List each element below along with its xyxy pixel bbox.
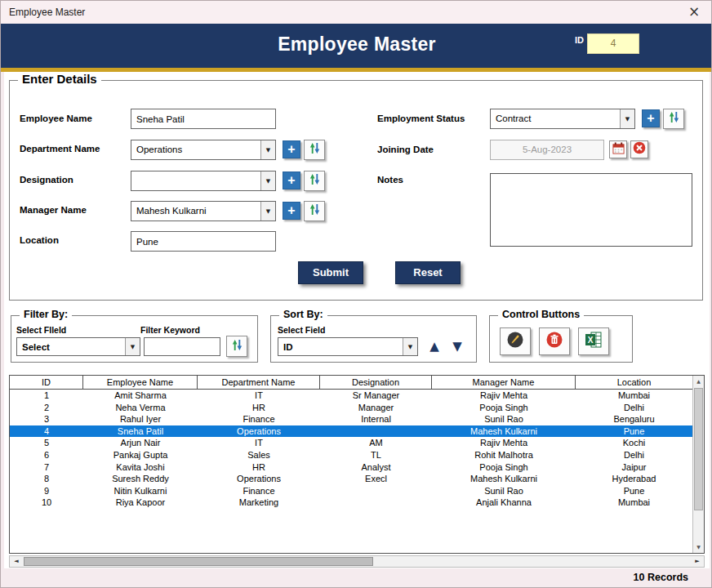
refresh-status-button[interactable] <box>663 109 684 129</box>
add-status-button[interactable]: + <box>642 109 660 127</box>
table-row[interactable]: 1Amit SharmaITSr ManagerRajiv MehtaMumba… <box>10 390 692 402</box>
table-cell: Bengaluru <box>576 413 692 425</box>
table-row[interactable]: 9Nitin KulkarniFinanceSunil RaoPune <box>10 485 692 497</box>
chevron-down-icon[interactable]: ▼ <box>403 338 417 355</box>
table-cell: Delhi <box>576 402 692 414</box>
table-row[interactable]: 2Neha VermaHRManagerPooja SinghDelhi <box>10 402 692 414</box>
chevron-down-icon[interactable]: ▼ <box>620 109 634 128</box>
table-cell: IT <box>198 437 320 449</box>
chevron-down-icon[interactable]: ▼ <box>260 172 275 190</box>
refresh-designation-button[interactable] <box>304 171 325 191</box>
window-title: Employee Master <box>9 7 85 18</box>
designation-combo[interactable]: ▼ <box>131 171 276 191</box>
table-row[interactable]: 8Suresh ReddyOperationsExeclMahesh Kulka… <box>10 473 692 485</box>
calendar-picker-button[interactable] <box>609 140 627 158</box>
export-excel-button[interactable]: X <box>578 327 609 355</box>
table-cell: Amit Sharma <box>83 390 198 402</box>
employee-name-input[interactable] <box>131 109 276 129</box>
designation-label: Designation <box>20 175 73 185</box>
table-row[interactable]: 4Sneha PatilOperationsMahesh KulkarniPun… <box>10 425 692 438</box>
table-body: 1Amit SharmaITSr ManagerRajiv MehtaMumba… <box>10 390 692 553</box>
table-cell: Sunil Rao <box>432 485 576 497</box>
scroll-left-icon[interactable]: ◄ <box>10 556 23 567</box>
department-name-combo[interactable]: Operations ▼ <box>131 140 276 160</box>
clear-date-button[interactable] <box>630 140 648 158</box>
reset-button[interactable]: Reset <box>395 261 461 284</box>
table-cell: Pooja Singh <box>432 461 576 474</box>
table-cell: Sr Manager <box>320 390 432 402</box>
table-cell: 2 <box>10 402 83 414</box>
table-cell: Internal <box>320 413 432 425</box>
table-vertical-scrollbar[interactable]: ▲ ▼ <box>692 376 704 553</box>
record-count: 10 Records <box>634 572 688 583</box>
filter-field-combo-value: Select <box>17 338 125 355</box>
refresh-department-button[interactable] <box>304 140 325 160</box>
app-header: Employee Master ID 4 <box>1 24 712 72</box>
add-department-button[interactable]: + <box>283 140 300 158</box>
table-row[interactable]: 3Rahul IyerFinanceInternalSunil RaoBenga… <box>10 413 692 425</box>
sync-icon <box>231 339 243 354</box>
scroll-right-icon[interactable]: ► <box>691 556 704 567</box>
horizontal-scroll-thumb[interactable] <box>24 557 373 566</box>
control-buttons-legend: Control Buttons <box>498 309 584 320</box>
add-manager-button[interactable]: + <box>283 202 300 220</box>
filter-field-label: Select FIleld <box>16 325 66 335</box>
filter-keyword-input[interactable] <box>144 337 220 356</box>
id-field[interactable]: 4 <box>587 33 639 54</box>
table-cell: Mumbai <box>576 497 692 509</box>
table-cell: 6 <box>10 449 83 461</box>
table-cell: Sneha Patil <box>83 425 198 438</box>
close-icon[interactable]: × <box>686 3 702 20</box>
sort-field-combo[interactable]: ID ▼ <box>278 337 418 356</box>
vertical-scroll-thumb[interactable] <box>694 388 703 510</box>
sort-by-group: Sort By: Select Field ID ▼ ▲ ▼ <box>270 315 477 363</box>
table-cell: Kavita Joshi <box>83 461 198 474</box>
table-horizontal-scrollbar[interactable]: ◄ ► <box>9 555 705 568</box>
edit-record-button[interactable] <box>500 327 531 355</box>
filter-field-combo[interactable]: Select ▼ <box>16 337 140 356</box>
table-header-cell: Employee Name <box>83 376 198 389</box>
employment-status-combo[interactable]: Contract ▼ <box>490 109 635 129</box>
chevron-down-icon[interactable]: ▼ <box>125 338 140 355</box>
location-input[interactable] <box>131 231 276 252</box>
table-cell: Nitin Kulkarni <box>83 485 198 497</box>
chevron-down-icon[interactable]: ▼ <box>260 140 275 159</box>
table-cell: AM <box>320 437 432 449</box>
table-header-cell: Department Name <box>198 376 320 389</box>
table-cell: Jaipur <box>576 461 692 474</box>
sort-ascending-icon[interactable]: ▲ <box>425 337 444 355</box>
chevron-down-icon[interactable]: ▼ <box>260 202 275 220</box>
table-cell: Analyst <box>320 461 432 474</box>
table-cell: 9 <box>10 485 83 497</box>
notes-textarea[interactable] <box>490 173 692 247</box>
submit-button[interactable]: Submit <box>298 261 363 284</box>
table-row[interactable]: 6Pankaj GuptaSalesTLRohit MalhotraDelhi <box>10 449 692 461</box>
table-cell: Anjali Khanna <box>432 497 576 509</box>
table-cell: Rajiv Mehta <box>432 437 576 449</box>
records-table: IDEmployee NameDepartment NameDesignatio… <box>9 375 705 554</box>
table-cell: Suresh Reddy <box>83 473 198 485</box>
table-cell: Delhi <box>576 449 692 461</box>
designation-combo-value <box>131 172 260 190</box>
table-cell <box>320 425 432 438</box>
calendar-icon <box>612 142 625 158</box>
add-designation-button[interactable]: + <box>283 172 300 189</box>
table-cell <box>320 497 432 509</box>
filter-refresh-button[interactable] <box>226 336 247 357</box>
sort-field-combo-value: ID <box>278 338 403 355</box>
manager-name-combo[interactable]: Mahesh Kulkarni ▼ <box>131 201 276 221</box>
table-row[interactable]: 10Riya KapoorMarketingAnjali KhannaMumba… <box>10 497 692 509</box>
clear-x-icon <box>633 141 646 158</box>
sort-descending-icon[interactable]: ▼ <box>447 337 467 355</box>
refresh-manager-button[interactable] <box>304 201 325 221</box>
table-cell: Mahesh Kulkarni <box>432 473 576 485</box>
table-row[interactable]: 5Arjun NairITAMRajiv MehtaKochi <box>10 437 692 449</box>
enter-details-group: Enter Details Employee Name Department N… <box>9 80 703 301</box>
table-cell: IT <box>198 390 320 402</box>
id-label: ID <box>575 35 584 45</box>
scroll-down-icon[interactable]: ▼ <box>693 541 704 553</box>
table-row[interactable]: 7Kavita JoshiHRAnalystPooja SinghJaipur <box>10 461 692 474</box>
delete-record-button[interactable] <box>539 327 570 355</box>
joining-date-field[interactable]: 5-Aug-2023 <box>490 140 604 160</box>
scroll-up-icon[interactable]: ▲ <box>693 376 704 387</box>
